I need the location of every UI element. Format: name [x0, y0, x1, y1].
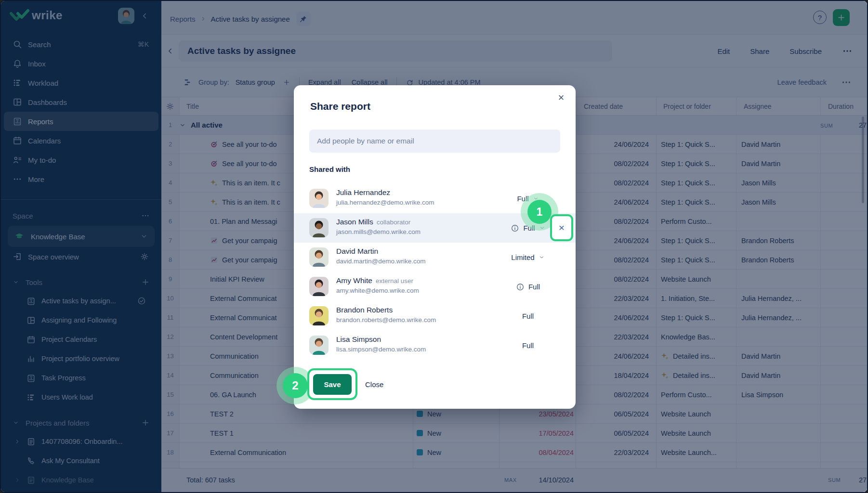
permission-value: Full	[522, 341, 534, 350]
permission-value: Full	[528, 283, 540, 291]
remove-user-highlight-box: ×	[550, 214, 573, 241]
info-icon	[511, 224, 519, 233]
person-name: Julia Hernandez	[336, 188, 390, 197]
save-button[interactable]: Save	[313, 374, 352, 395]
permission-value: Limited	[511, 253, 534, 261]
permission-value: Full	[522, 312, 534, 320]
person-email: amy.white@demo.wrike.com	[336, 287, 419, 294]
avatar	[309, 336, 329, 355]
shared-person-brandon-roberts: Brandon Robertsbrandon.roberts@demo.wrik…	[294, 301, 576, 331]
modal-title: Share report	[310, 101, 370, 112]
avatar	[309, 277, 329, 296]
permission-dropdown[interactable]: Full	[501, 331, 555, 360]
person-name: Lisa Simpson	[336, 335, 381, 344]
info-icon	[516, 283, 525, 291]
shared-person-david-martin: David Martindavid.martin@demo.wrike.comL…	[294, 243, 576, 272]
person-name: David Martin	[336, 247, 378, 256]
avatar	[309, 306, 329, 325]
remove-user-icon[interactable]: ×	[552, 216, 571, 239]
person-email: brandon.roberts@demo.wrike.com	[336, 316, 436, 324]
person-badge: collaborator	[377, 219, 411, 226]
chevron-down-icon	[539, 254, 545, 260]
permission-dropdown[interactable]: Limited	[501, 243, 555, 272]
close-button[interactable]: Close	[365, 374, 383, 395]
shared-with-label: Shared with	[309, 165, 350, 173]
person-badge: external user	[376, 277, 413, 285]
app-window: wrike Search⌘KInboxWorkloadDashboardsRep…	[0, 0, 868, 493]
shared-person-lisa-simpson: Lisa Simpsonlisa.simpson@demo.wrike.comF…	[294, 331, 576, 360]
person-email: julia.hernandez@demo.wrike.com	[336, 199, 434, 206]
person-name: Brandon Roberts	[336, 306, 393, 314]
person-email: jason.mills@demo.wrike.com	[336, 228, 421, 235]
close-icon[interactable]: ×	[553, 90, 569, 105]
permission-dropdown[interactable]: Full	[501, 272, 555, 301]
add-people-input[interactable]	[309, 130, 560, 153]
annotation-step-2: 2	[283, 373, 308, 398]
shared-person-amy-white: Amy Whiteexternal useramy.white@demo.wri…	[294, 272, 576, 301]
avatar	[309, 247, 329, 267]
person-email: lisa.simpson@demo.wrike.com	[336, 346, 426, 353]
share-report-modal: × Share report Shared with Julia Hernand…	[294, 85, 576, 409]
avatar	[309, 218, 329, 237]
person-name: Amy Whiteexternal user	[336, 276, 413, 285]
permission-dropdown[interactable]: Full	[501, 301, 555, 331]
annotation-step-1: 1	[527, 200, 552, 224]
avatar	[309, 189, 329, 208]
person-name: Jason Millscollaborator	[336, 218, 410, 226]
person-email: david.martin@demo.wrike.com	[336, 258, 426, 265]
